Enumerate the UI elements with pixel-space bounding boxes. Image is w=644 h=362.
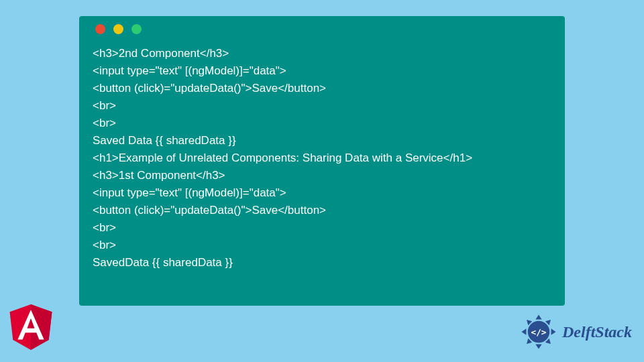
code-window: <h3>2nd Component</h3> <input type="text… — [79, 16, 565, 306]
window-controls — [95, 24, 551, 34]
svg-text:</>: </> — [531, 327, 547, 337]
svg-marker-1 — [31, 304, 52, 350]
code-line: <input type="text" [(ngModel)]="data"> — [93, 64, 286, 77]
code-line: <h3>2nd Component</h3> — [93, 47, 229, 60]
svg-marker-3 — [535, 314, 541, 319]
delftstack-logo: </> DelftStack — [519, 312, 632, 351]
code-line: <h3>1st Component</h3> — [93, 169, 225, 182]
code-line: <br> — [93, 117, 116, 129]
code-line: <br> — [93, 99, 116, 112]
code-line: <button (click)="updateData()">Save</but… — [93, 82, 326, 95]
close-icon[interactable] — [95, 24, 105, 34]
code-block: <h3>2nd Component</h3> <input type="text… — [93, 45, 551, 272]
code-line: <input type="text" [(ngModel)]="data"> — [93, 186, 286, 199]
code-line: SavedData {{ sharedData }} — [93, 256, 233, 269]
code-line: <br> — [93, 239, 116, 251]
code-line: <br> — [93, 221, 116, 234]
code-line: Saved Data {{ sharedData }} — [93, 134, 236, 147]
delftstack-label: DelftStack — [562, 323, 632, 341]
angular-logo-icon — [9, 304, 52, 350]
delftstack-badge-icon: </> — [519, 312, 558, 351]
minimize-icon[interactable] — [113, 24, 123, 34]
code-line: <button (click)="updateData()">Save</but… — [93, 204, 326, 217]
code-line: <h1>Example of Unrelated Components: Sha… — [93, 152, 472, 164]
maximize-icon[interactable] — [131, 24, 142, 34]
svg-marker-5 — [521, 328, 526, 335]
svg-marker-6 — [551, 328, 556, 335]
svg-marker-4 — [535, 345, 541, 349]
